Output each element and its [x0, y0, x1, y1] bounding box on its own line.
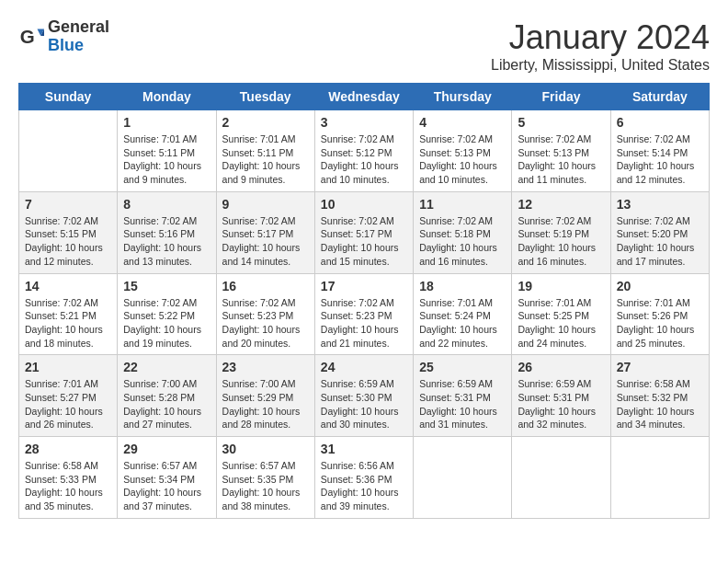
day-info: Sunrise: 7:00 AMSunset: 5:29 PMDaylight:…: [222, 377, 309, 431]
logo-general: General: [48, 18, 109, 37]
day-number: 16: [222, 279, 309, 293]
day-number: 23: [222, 360, 309, 374]
calendar-cell: 19Sunrise: 7:01 AMSunset: 5:25 PMDayligh…: [512, 273, 610, 355]
day-number: 21: [25, 360, 111, 374]
day-number: 18: [419, 279, 506, 293]
calendar-cell: [610, 437, 709, 519]
day-info: Sunrise: 6:57 AMSunset: 5:35 PMDaylight:…: [222, 459, 309, 513]
day-info: Sunrise: 7:02 AMSunset: 5:18 PMDaylight:…: [419, 214, 506, 269]
calendar-table: SundayMondayTuesdayWednesdayThursdayFrid…: [18, 83, 710, 519]
day-info: Sunrise: 7:02 AMSunset: 5:17 PMDaylight:…: [222, 214, 309, 269]
calendar-cell: 17Sunrise: 7:02 AMSunset: 5:23 PMDayligh…: [314, 273, 413, 355]
day-number: 14: [25, 279, 111, 293]
day-info: Sunrise: 6:57 AMSunset: 5:34 PMDaylight:…: [123, 459, 210, 513]
calendar-cell: 6Sunrise: 7:02 AMSunset: 5:14 PMDaylight…: [610, 110, 709, 192]
day-number: 6: [617, 115, 703, 130]
day-header-monday: Monday: [118, 84, 216, 110]
calendar-cell: 14Sunrise: 7:02 AMSunset: 5:21 PMDayligh…: [19, 273, 118, 355]
calendar-header-row: SundayMondayTuesdayWednesdayThursdayFrid…: [19, 84, 710, 110]
calendar-cell: 24Sunrise: 6:59 AMSunset: 5:30 PMDayligh…: [314, 355, 413, 437]
day-info: Sunrise: 6:59 AMSunset: 5:31 PMDaylight:…: [518, 377, 604, 431]
day-number: 30: [222, 442, 309, 456]
calendar-cell: [512, 437, 610, 519]
calendar-cell: 10Sunrise: 7:02 AMSunset: 5:17 PMDayligh…: [314, 191, 413, 273]
day-number: 9: [222, 197, 309, 212]
svg-text:G: G: [20, 25, 35, 46]
calendar-cell: 29Sunrise: 6:57 AMSunset: 5:34 PMDayligh…: [118, 437, 216, 519]
day-info: Sunrise: 6:59 AMSunset: 5:30 PMDaylight:…: [321, 377, 407, 431]
calendar-cell: 12Sunrise: 7:02 AMSunset: 5:19 PMDayligh…: [512, 191, 610, 273]
page-header: G General Blue January 2024 Liberty, Mis…: [18, 18, 710, 74]
calendar-cell: 5Sunrise: 7:02 AMSunset: 5:13 PMDaylight…: [512, 110, 610, 192]
calendar-cell: 25Sunrise: 6:59 AMSunset: 5:31 PMDayligh…: [414, 355, 512, 437]
day-number: 4: [419, 115, 506, 130]
calendar-cell: 3Sunrise: 7:02 AMSunset: 5:12 PMDaylight…: [314, 110, 413, 192]
day-info: Sunrise: 7:02 AMSunset: 5:17 PMDaylight:…: [321, 214, 407, 269]
day-header-thursday: Thursday: [414, 84, 512, 110]
calendar-cell: [414, 437, 512, 519]
day-info: Sunrise: 7:02 AMSunset: 5:13 PMDaylight:…: [419, 132, 506, 187]
calendar-cell: 18Sunrise: 7:01 AMSunset: 5:24 PMDayligh…: [414, 273, 512, 355]
day-number: 29: [123, 442, 210, 456]
logo-icon: G: [18, 24, 44, 50]
day-info: Sunrise: 6:56 AMSunset: 5:36 PMDaylight:…: [321, 459, 407, 513]
logo-text: General Blue: [48, 18, 109, 55]
day-info: Sunrise: 7:01 AMSunset: 5:25 PMDaylight:…: [518, 296, 604, 350]
day-info: Sunrise: 7:02 AMSunset: 5:12 PMDaylight:…: [321, 132, 407, 187]
calendar-week-row: 7Sunrise: 7:02 AMSunset: 5:15 PMDaylight…: [19, 191, 710, 273]
day-info: Sunrise: 7:02 AMSunset: 5:14 PMDaylight:…: [617, 132, 703, 187]
calendar-cell: 20Sunrise: 7:01 AMSunset: 5:26 PMDayligh…: [610, 273, 709, 355]
calendar-cell: 2Sunrise: 7:01 AMSunset: 5:11 PMDaylight…: [216, 110, 314, 192]
day-number: 7: [25, 197, 111, 212]
day-info: Sunrise: 7:02 AMSunset: 5:20 PMDaylight:…: [617, 214, 703, 269]
calendar-cell: 30Sunrise: 6:57 AMSunset: 5:35 PMDayligh…: [216, 437, 314, 519]
day-number: 2: [222, 115, 309, 130]
day-number: 27: [617, 360, 703, 374]
calendar-cell: 28Sunrise: 6:58 AMSunset: 5:33 PMDayligh…: [19, 437, 118, 519]
day-number: 13: [617, 197, 703, 212]
calendar-cell: 15Sunrise: 7:02 AMSunset: 5:22 PMDayligh…: [118, 273, 216, 355]
calendar-cell: 22Sunrise: 7:00 AMSunset: 5:28 PMDayligh…: [118, 355, 216, 437]
day-info: Sunrise: 7:01 AMSunset: 5:26 PMDaylight:…: [617, 296, 703, 350]
calendar-cell: 23Sunrise: 7:00 AMSunset: 5:29 PMDayligh…: [216, 355, 314, 437]
location-title: Liberty, Mississippi, United States: [491, 57, 710, 74]
day-info: Sunrise: 7:02 AMSunset: 5:23 PMDaylight:…: [321, 296, 407, 350]
day-number: 12: [518, 197, 604, 212]
logo-blue: Blue: [48, 37, 109, 55]
day-info: Sunrise: 7:01 AMSunset: 5:27 PMDaylight:…: [25, 377, 111, 431]
day-header-wednesday: Wednesday: [314, 84, 413, 110]
day-header-sunday: Sunday: [19, 84, 118, 110]
calendar-cell: 31Sunrise: 6:56 AMSunset: 5:36 PMDayligh…: [314, 437, 413, 519]
day-number: 19: [518, 279, 604, 293]
day-info: Sunrise: 7:02 AMSunset: 5:16 PMDaylight:…: [123, 214, 210, 269]
logo: G General Blue: [18, 18, 109, 55]
day-info: Sunrise: 7:01 AMSunset: 5:24 PMDaylight:…: [419, 296, 506, 350]
day-header-tuesday: Tuesday: [216, 84, 314, 110]
day-info: Sunrise: 7:01 AMSunset: 5:11 PMDaylight:…: [123, 132, 210, 187]
title-block: January 2024 Liberty, Mississippi, Unite…: [491, 18, 710, 74]
calendar-cell: 1Sunrise: 7:01 AMSunset: 5:11 PMDaylight…: [118, 110, 216, 192]
day-number: 26: [518, 360, 604, 374]
day-number: 20: [617, 279, 703, 293]
calendar-cell: 13Sunrise: 7:02 AMSunset: 5:20 PMDayligh…: [610, 191, 709, 273]
calendar-cell: 11Sunrise: 7:02 AMSunset: 5:18 PMDayligh…: [414, 191, 512, 273]
day-number: 3: [321, 115, 407, 130]
calendar-cell: 26Sunrise: 6:59 AMSunset: 5:31 PMDayligh…: [512, 355, 610, 437]
calendar-cell: 7Sunrise: 7:02 AMSunset: 5:15 PMDaylight…: [19, 191, 118, 273]
day-number: 11: [419, 197, 506, 212]
day-number: 15: [123, 279, 210, 293]
day-header-friday: Friday: [512, 84, 610, 110]
calendar-week-row: 28Sunrise: 6:58 AMSunset: 5:33 PMDayligh…: [19, 437, 710, 519]
calendar-week-row: 1Sunrise: 7:01 AMSunset: 5:11 PMDaylight…: [19, 110, 710, 192]
day-info: Sunrise: 7:02 AMSunset: 5:19 PMDaylight:…: [518, 214, 604, 269]
day-number: 28: [25, 442, 111, 456]
month-title: January 2024: [491, 18, 710, 57]
calendar-cell: 16Sunrise: 7:02 AMSunset: 5:23 PMDayligh…: [216, 273, 314, 355]
calendar-week-row: 14Sunrise: 7:02 AMSunset: 5:21 PMDayligh…: [19, 273, 710, 355]
calendar-cell: 9Sunrise: 7:02 AMSunset: 5:17 PMDaylight…: [216, 191, 314, 273]
calendar-cell: [19, 110, 118, 192]
day-info: Sunrise: 7:02 AMSunset: 5:21 PMDaylight:…: [25, 296, 111, 350]
day-info: Sunrise: 6:58 AMSunset: 5:32 PMDaylight:…: [617, 377, 703, 431]
calendar-cell: 27Sunrise: 6:58 AMSunset: 5:32 PMDayligh…: [610, 355, 709, 437]
day-number: 24: [321, 360, 407, 374]
